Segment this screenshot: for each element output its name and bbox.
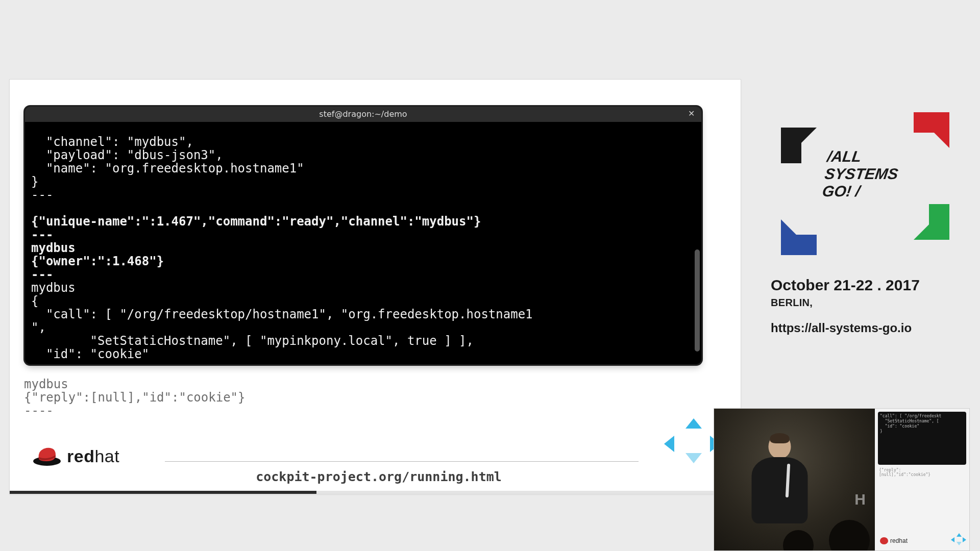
- audience-head: [783, 530, 814, 550]
- terminal-body[interactable]: "channel": "mydbus", "payload": "dbus-js…: [31, 122, 694, 361]
- camera-feed: H: [714, 409, 875, 550]
- conference-url: https://all-systems-go.io: [771, 321, 960, 335]
- term-line-bold: {"owner":":1.468"}: [31, 254, 164, 268]
- backdrop-letter: H: [854, 491, 866, 508]
- slide-progress-fill: [10, 491, 316, 494]
- camera-pip: H "call": [ "/org/freedeskt "SetStaticHo…: [714, 408, 970, 551]
- term-line-bold: ---: [31, 267, 53, 282]
- thumbnail-terminal: "call": [ "/org/freedeskt "SetStaticHost…: [878, 412, 966, 465]
- footer-url: cockpit-project.org/running.html: [32, 469, 725, 484]
- audience-head: [829, 520, 870, 550]
- logo-corner-green-icon: [898, 204, 949, 255]
- terminal-titlebar: stef@dragon:~/demo ✕: [25, 107, 701, 122]
- thumbnail-nav-arrows: [951, 533, 966, 545]
- conference-meta: October 21-22 . 2017 BERLIN, https://all…: [771, 277, 960, 335]
- term-line: }: [31, 360, 38, 361]
- term-line: mydbus: [31, 281, 76, 295]
- bg-line: {"reply":[null],"id":"cookie"}: [24, 390, 245, 405]
- nav-left-icon: [951, 537, 954, 542]
- logo-corner-blue-icon: [781, 204, 832, 255]
- slide-background-text: mydbus {"reply":[null],"id":"cookie"} --…: [24, 364, 245, 431]
- redhat-wordmark: redhat: [67, 446, 119, 466]
- bg-line: ----: [24, 404, 54, 418]
- nav-right-icon: [963, 537, 966, 542]
- term-line: "channel": "mydbus",: [31, 135, 193, 149]
- slide-thumbnail: "call": [ "/org/freedeskt "SetStaticHost…: [875, 409, 969, 550]
- term-line: "call": [ "/org/freedesktop/hostname1", …: [31, 307, 533, 321]
- term-line: ",: [31, 320, 46, 335]
- logo-corner-red-icon: [898, 112, 949, 163]
- conference-branding: /ALL SYSTEMS GO! / October 21-22 . 2017 …: [771, 112, 960, 335]
- slide-nav-arrows: [664, 418, 720, 463]
- footer-divider: [165, 461, 639, 462]
- conference-location: BERLIN,: [771, 297, 960, 309]
- term-line: "payload": "dbus-json3",: [31, 148, 223, 162]
- close-icon[interactable]: ✕: [686, 109, 696, 119]
- conference-date: October 21-22 . 2017: [771, 277, 960, 294]
- bg-line: mydbus: [24, 377, 68, 391]
- redhat-logo: redhat: [32, 444, 725, 466]
- terminal-title: stef@dragon:~/demo: [319, 109, 407, 119]
- thumbnail-redhat-logo: redhat: [880, 537, 908, 544]
- terminal-scrollbar[interactable]: [695, 249, 700, 352]
- presentation-slide: stef@dragon:~/demo ✕ "channel": "mydbus"…: [9, 79, 741, 494]
- term-line: "SetStaticHostname", [ "mypinkpony.local…: [31, 334, 474, 348]
- term-line: "name": "org.freedesktop.hostname1": [31, 161, 304, 176]
- thumbnail-bg-line: {"reply":[null],"id":"cookie"}: [879, 468, 939, 477]
- slide-footer: redhat cockpit-project.org/running.html: [32, 444, 725, 480]
- nav-up-icon: [957, 533, 962, 537]
- terminal-window: stef@dragon:~/demo ✕ "channel": "mydbus"…: [25, 107, 701, 364]
- term-line: }: [31, 174, 38, 189]
- conference-logo-text: /ALL SYSTEMS GO! /: [821, 148, 902, 200]
- term-line-bold: ---: [31, 228, 53, 242]
- nav-down-icon[interactable]: [685, 453, 702, 463]
- term-line: ---: [31, 188, 53, 202]
- logo-corner-black-icon: [781, 112, 832, 163]
- nav-left-icon[interactable]: [664, 436, 674, 452]
- term-line-bold: {"unique-name":":1.467","command":"ready…: [31, 214, 481, 229]
- term-line-bold: mydbus: [31, 241, 76, 255]
- fedora-hat-icon: [880, 537, 888, 544]
- speaker-silhouette: [768, 434, 807, 523]
- thumbnail-redhat-text: redhat: [890, 537, 908, 544]
- conference-logo: /ALL SYSTEMS GO! /: [781, 112, 949, 255]
- nav-down-icon: [957, 542, 962, 545]
- slide-progress-track: [10, 491, 741, 494]
- nav-up-icon[interactable]: [685, 418, 702, 429]
- fedora-hat-icon: [32, 444, 62, 466]
- term-line: "id": "cookie": [31, 347, 149, 361]
- term-line: {: [31, 294, 38, 308]
